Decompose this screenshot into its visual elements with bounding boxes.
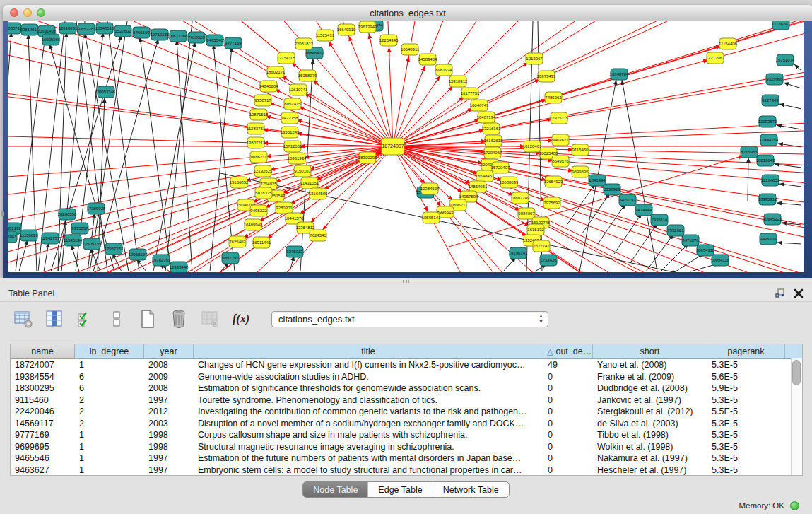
graph-node[interactable]: 12444154 (760, 134, 779, 146)
graph-node[interactable]: 12093872 (758, 116, 777, 127)
graph-node[interactable]: 12871518 (249, 109, 269, 120)
graph-node[interactable]: 13164505 (309, 188, 328, 199)
graph-node[interactable]: 18724007 (382, 138, 404, 155)
graph-node[interactable]: 6466160 (133, 27, 150, 38)
graph-node[interactable]: 12754105 (277, 52, 296, 64)
graph-node[interactable]: 16671388 (169, 30, 188, 42)
graph-node[interactable]: 9150103 (294, 165, 311, 177)
graph-node[interactable]: 13807213 (247, 137, 266, 148)
graph-node[interactable]: 10654118 (696, 245, 715, 256)
graph-node[interactable]: 12942757 (41, 233, 60, 244)
float-panel-icon[interactable] (775, 288, 785, 298)
graph-node[interactable]: 10945221 (763, 214, 782, 225)
graph-node[interactable]: 15751074 (776, 54, 795, 66)
graph-node[interactable]: 9886211 (250, 151, 267, 163)
graph-node[interactable]: 11154408 (719, 38, 737, 49)
table-row[interactable]: 1938455462009Genome-wide association stu… (11, 371, 802, 383)
table-row[interactable]: 1456911722003Disruption of a novel membe… (11, 418, 802, 430)
graph-node[interactable]: 8938923 (604, 184, 620, 195)
graph-node[interactable]: 9465546 (206, 35, 223, 46)
graph-node[interactable]: 9498222 (250, 205, 267, 216)
graph-node[interactable]: 1615132 (527, 224, 544, 235)
graph-node[interactable]: 10653287 (77, 23, 96, 35)
tab-node-table[interactable]: Node Table (303, 482, 368, 497)
graph-node[interactable]: 16911441 (252, 237, 271, 248)
graph-node[interactable]: 9329966 (766, 74, 783, 85)
graph-node[interactable]: 12213967 (706, 52, 725, 64)
graph-node[interactable]: 10595141 (422, 212, 441, 223)
graph-node[interactable]: 10954118 (711, 255, 730, 266)
graph-node[interactable]: 19958107 (129, 249, 148, 260)
scrollbar-thumb[interactable] (792, 360, 801, 385)
graph-node[interactable]: 7615526 (188, 32, 205, 43)
graph-node[interactable]: 12610651 (59, 23, 78, 34)
table-selector-dropdown[interactable]: citations_edges.txt ▲▼ (271, 311, 548, 327)
graph-node[interactable]: 9245012 (286, 246, 303, 257)
table-row[interactable]: 946554611997Estimation of the future num… (11, 452, 802, 465)
graph-node[interactable]: 12505135 (83, 238, 102, 250)
graph-node[interactable]: 10395312 (758, 194, 777, 205)
graph-node[interactable]: 9975857 (71, 223, 88, 234)
graph-node[interactable]: 9472158 (281, 112, 298, 124)
graph-node[interactable]: 12610741 (289, 84, 308, 95)
graph-node[interactable]: 17957253 (105, 243, 124, 255)
graph-node[interactable]: 5878335 (255, 187, 272, 199)
table-vertical-scrollbar[interactable] (791, 358, 802, 475)
graph-node[interactable]: 19613943 (358, 21, 377, 33)
graph-node[interactable]: 9474444 (635, 204, 652, 216)
graph-node[interactable]: 11545194 (64, 235, 83, 246)
function-builder-button[interactable]: f(x) (230, 308, 252, 329)
graph-node[interactable]: 9436205 (760, 233, 777, 245)
network-canvas[interactable]: 2405571223814514206914061693596612610651… (8, 21, 804, 272)
graph-node[interactable]: 18602171 (266, 66, 286, 78)
table-row[interactable]: 1830029562008Estimation of significance … (11, 382, 802, 395)
column-header-in_degree[interactable]: in_degree (75, 344, 144, 358)
graph-node[interactable]: 6479197 (619, 194, 636, 206)
unselect-all-button[interactable] (106, 308, 127, 329)
graph-node[interactable]: 16548451 (476, 170, 495, 182)
graph-node[interactable]: 16177751 (461, 88, 480, 99)
close-panel-icon[interactable] (794, 288, 804, 298)
delete-table-button[interactable] (199, 308, 220, 329)
graph-node[interactable]: 16961934 (288, 153, 307, 164)
graph-node[interactable]: 9884067 (518, 208, 535, 219)
graph-node[interactable]: 1733426 (540, 255, 557, 266)
graph-node[interactable]: 9358717 (254, 95, 271, 106)
graph-node[interactable]: 13501245 (281, 127, 300, 138)
column-header-short[interactable]: short (593, 344, 707, 358)
column-header-year[interactable]: year (144, 344, 194, 358)
graph-node[interactable]: 8852415 (284, 98, 301, 110)
graph-node[interactable]: 16648784 (610, 69, 629, 80)
graph-node[interactable]: 9777169 (225, 37, 242, 49)
graph-node[interactable]: 16046743 (470, 100, 489, 111)
graph-node[interactable]: 7932621 (667, 225, 684, 236)
graph-node[interactable]: 20206556 (58, 209, 77, 220)
graph-node[interactable]: 16120461 (523, 141, 542, 152)
graph-node[interactable]: 15720407 (491, 162, 510, 173)
graph-node[interactable]: 11156829 (20, 230, 38, 241)
graph-node[interactable]: 15358979 (298, 70, 317, 81)
table-options-button[interactable] (13, 308, 34, 329)
column-header-name[interactable]: name (11, 344, 75, 358)
graph-node[interactable]: 8215955 (741, 146, 758, 158)
column-header-title[interactable]: title (194, 344, 543, 358)
graph-node[interactable]: 14840204 (259, 81, 278, 92)
graph-node[interactable]: 9857791 (222, 252, 239, 264)
graph-node[interactable]: 13654923 (544, 176, 563, 187)
table-row[interactable]: 1872400712008Changes of HCN gene express… (11, 359, 802, 371)
table-row[interactable]: 911546021997Tourette syndrome. Phenomeno… (11, 395, 802, 407)
graph-node[interactable]: 17359928 (87, 203, 106, 214)
graph-node[interactable]: 7975692 (543, 197, 560, 209)
graph-node[interactable]: 7485063 (545, 92, 562, 103)
graph-node[interactable]: 16640910 (337, 24, 356, 35)
new-column-button[interactable] (137, 308, 158, 329)
table-row[interactable]: 969969511998Structural magnetic resonanc… (11, 441, 802, 453)
graph-node[interactable]: 12975115 (550, 112, 569, 124)
graph-node[interactable]: 10973493 (537, 71, 556, 82)
graph-node[interactable]: 2522742 (533, 240, 550, 252)
graph-node[interactable]: 15318312 (449, 76, 468, 87)
graph-node[interactable]: 9280301 (276, 202, 293, 214)
graph-node[interactable]: 10712061 (283, 141, 302, 152)
graph-node[interactable]: 12192625 (254, 165, 273, 177)
graph-node[interactable]: 1213967 (526, 53, 543, 64)
